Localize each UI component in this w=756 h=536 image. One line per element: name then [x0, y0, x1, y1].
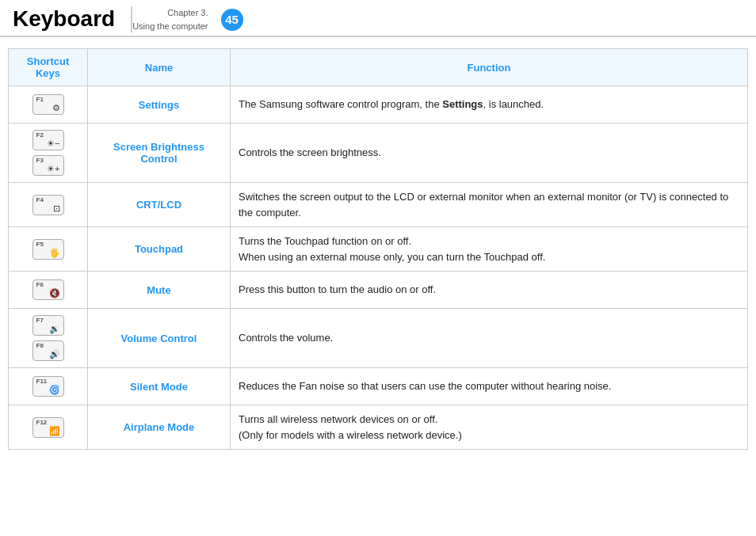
key-cell-crt: F4 ⊡ — [9, 183, 88, 227]
name-cell-brightness: Screen Brightness Control — [88, 124, 231, 183]
table-row: F6 🔇 Mute Press this button to turn the … — [9, 272, 748, 309]
shortcut-keys-table: Shortcut Keys Name Function F1 ⚙ Setting… — [8, 48, 748, 450]
function-cell-brightness: Controls the screen brightness. — [231, 124, 748, 183]
table-row: F2 ☀− F3 ☀+ Screen Brightness Control Co… — [9, 124, 748, 183]
name-cell-airplane: Airplane Mode — [88, 405, 231, 450]
key-f7: F7 🔉 — [32, 315, 64, 336]
key-cell-settings: F1 ⚙ — [9, 86, 88, 124]
key-cell-airplane: F12 📶 — [9, 405, 88, 450]
table-row: F4 ⊡ CRT/LCD Switches the screen output … — [9, 183, 748, 227]
page-badge: 45 — [221, 9, 243, 31]
function-cell-touchpad: Turns the Touchpad function on or off.Wh… — [231, 227, 748, 272]
key-f8: F8 🔊 — [32, 340, 64, 361]
key-f12: F12 📶 — [32, 417, 64, 438]
page-title: Keyboard — [0, 6, 132, 32]
table-row: F5 🖐 Touchpad Turns the Touchpad functio… — [9, 227, 748, 272]
name-cell-settings: Settings — [88, 86, 231, 124]
header-right: Chapter 3. Using the computer 45 — [132, 6, 242, 32]
col-function: Function — [231, 49, 748, 86]
col-shortcut-keys: Shortcut Keys — [9, 49, 88, 86]
table-row: F7 🔉 F8 🔊 Volume Control Controls the vo… — [9, 309, 748, 368]
function-cell-settings: The Samsung software control program, th… — [231, 86, 748, 124]
key-f6: F6 🔇 — [32, 279, 64, 300]
name-cell-crt: CRT/LCD — [88, 183, 231, 227]
function-cell-volume: Controls the volume. — [231, 309, 748, 368]
keys-stack-brightness: F2 ☀− F3 ☀+ — [17, 128, 79, 177]
key-f11: F11 🌀 — [32, 376, 64, 397]
table-row: F1 ⚙ Settings The Samsung software contr… — [9, 86, 748, 124]
key-cell-touchpad: F5 🖐 — [9, 227, 88, 272]
name-cell-volume: Volume Control — [88, 309, 231, 368]
key-cell-silent: F11 🌀 — [9, 368, 88, 405]
chapter-label: Chapter 3. — [167, 6, 208, 20]
key-f5: F5 🖐 — [32, 239, 64, 260]
key-f2: F2 ☀− — [32, 130, 64, 150]
table-row: F11 🌀 Silent Mode Reduces the Fan noise … — [9, 368, 748, 405]
chapter-subtitle: Using the computer — [132, 20, 208, 33]
name-cell-touchpad: Touchpad — [88, 227, 231, 272]
keys-stack-volume: F7 🔉 F8 🔊 — [17, 314, 79, 363]
key-cell-mute: F6 🔇 — [9, 272, 88, 309]
function-cell-mute: Press this button to turn the audio on o… — [231, 272, 748, 309]
key-f3: F3 ☀+ — [32, 155, 64, 176]
table-header-row: Shortcut Keys Name Function — [9, 49, 748, 86]
name-cell-mute: Mute — [88, 272, 231, 309]
name-cell-silent: Silent Mode — [88, 368, 231, 405]
chapter-info: Chapter 3. Using the computer — [132, 6, 214, 32]
key-cell-volume: F7 🔉 F8 🔊 — [9, 309, 88, 368]
function-cell-silent: Reduces the Fan noise so that users can … — [231, 368, 748, 405]
table-row: F12 📶 Airplane Mode Turns all wireless n… — [9, 405, 748, 450]
key-cell-brightness: F2 ☀− F3 ☀+ — [9, 124, 88, 183]
key-f4: F4 ⊡ — [32, 195, 64, 215]
function-cell-crt: Switches the screen output to the LCD or… — [231, 183, 748, 227]
function-cell-airplane: Turns all wireless network devices on or… — [231, 405, 748, 450]
key-f1: F1 ⚙ — [32, 94, 64, 115]
col-name: Name — [88, 49, 231, 86]
page-header: Keyboard Chapter 3. Using the computer 4… — [0, 0, 756, 37]
